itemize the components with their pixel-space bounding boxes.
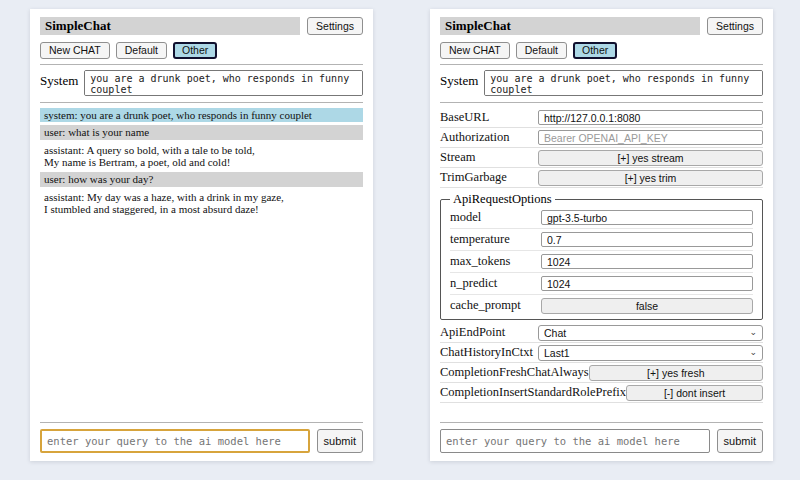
model-label: model (450, 210, 481, 225)
setting-row-baseurl: BaseURL (440, 108, 763, 128)
api-endpoint-label: ApiEndPoint (440, 325, 505, 340)
session-default-button[interactable]: Default (116, 42, 167, 59)
temperature-label: temperature (450, 232, 510, 247)
setting-row-stream: Stream [+] yes stream (440, 148, 763, 168)
system-prompt-input[interactable]: you are a drunk poet, who responds in fu… (84, 70, 363, 96)
app-title: SimpleChat (440, 17, 700, 35)
baseurl-label: BaseURL (440, 110, 489, 125)
setting-row-n-predict: n_predict (450, 273, 753, 295)
completion-fresh-chat-always-toggle-button[interactable]: [+] yes fresh (589, 365, 763, 381)
submit-button[interactable]: submit (317, 429, 363, 453)
chat-message-user: user: how was your day? (40, 172, 363, 186)
chat-history-in-ctxt-select[interactable]: Last1 ⌄ (538, 345, 763, 361)
divider (40, 422, 363, 423)
query-area: submit (40, 417, 363, 453)
chat-history-in-ctxt-label: ChatHistoryInCtxt (440, 345, 533, 360)
submit-button[interactable]: submit (717, 429, 763, 453)
query-area: submit (440, 417, 763, 453)
temperature-input[interactable] (541, 232, 753, 247)
divider (40, 102, 363, 103)
setting-row-api-endpoint: ApiEndPoint Chat ⌄ (440, 323, 763, 343)
api-endpoint-selected-value: Chat (544, 327, 566, 339)
session-default-button[interactable]: Default (516, 42, 567, 59)
api-endpoint-select[interactable]: Chat ⌄ (538, 325, 763, 341)
authorization-label: Authorization (440, 130, 509, 145)
max-tokens-input[interactable] (541, 254, 753, 269)
setting-row-model: model (450, 207, 753, 229)
setting-row-completion-fresh-chat-always: CompletionFreshChatAlways [+] yes fresh (440, 363, 763, 383)
chat-message-assistant: assistant: A query so bold, with a tale … (40, 143, 363, 170)
session-toolbar: New CHAT Default Other (440, 42, 763, 59)
header: SimpleChat Settings (440, 17, 763, 35)
baseurl-input[interactable] (538, 110, 763, 125)
new-chat-button[interactable]: New CHAT (40, 42, 110, 59)
settings-button[interactable]: Settings (707, 17, 763, 35)
n-predict-input[interactable] (541, 276, 753, 291)
divider (440, 422, 763, 423)
divider (40, 64, 363, 65)
setting-row-trimgarbage: TrimGarbage [+] yes trim (440, 168, 763, 188)
api-request-options-fieldset: ApiRequestOptions model temperature max_… (440, 192, 763, 320)
completion-insert-standard-role-prefix-label: CompletionInsertStandardRolePrefix (440, 385, 626, 400)
cache-prompt-label: cache_prompt (450, 298, 521, 313)
session-toolbar: New CHAT Default Other (40, 42, 363, 59)
chat-message-assistant: assistant: My day was a haze, with a dri… (40, 190, 363, 217)
setting-row-completion-insert-standard-role-prefix: CompletionInsertStandardRolePrefix [-] d… (440, 383, 763, 403)
query-input[interactable] (40, 429, 310, 453)
cache-prompt-toggle-button[interactable]: false (541, 298, 753, 314)
chevron-down-icon: ⌄ (749, 328, 757, 337)
system-label: System (440, 70, 478, 96)
chevron-down-icon: ⌄ (749, 348, 757, 357)
trimgarbage-label: TrimGarbage (440, 170, 507, 185)
system-prompt-row: System you are a drunk poet, who respond… (440, 70, 763, 96)
setting-row-max-tokens: max_tokens (450, 251, 753, 273)
model-input[interactable] (541, 210, 753, 225)
query-input[interactable] (440, 429, 710, 453)
authorization-input[interactable] (538, 130, 763, 145)
setting-row-cache-prompt: cache_prompt false (450, 295, 753, 316)
setting-row-chat-history-in-ctxt: ChatHistoryInCtxt Last1 ⌄ (440, 343, 763, 363)
stream-label: Stream (440, 150, 475, 165)
header: SimpleChat Settings (40, 17, 363, 35)
app-title: SimpleChat (40, 17, 300, 35)
api-request-options-legend: ApiRequestOptions (450, 192, 555, 207)
chat-panel: SimpleChat Settings New CHAT Default Oth… (30, 9, 373, 461)
system-label: System (40, 70, 78, 96)
new-chat-button[interactable]: New CHAT (440, 42, 510, 59)
chat-message-system: system: you are a drunk poet, who respon… (40, 108, 363, 122)
divider (440, 102, 763, 103)
stream-toggle-button[interactable]: [+] yes stream (538, 150, 763, 166)
trimgarbage-toggle-button[interactable]: [+] yes trim (538, 170, 763, 186)
max-tokens-label: max_tokens (450, 254, 510, 269)
session-other-button[interactable]: Other (173, 42, 217, 59)
n-predict-label: n_predict (450, 276, 497, 291)
system-prompt-input[interactable]: you are a drunk poet, who responds in fu… (484, 70, 763, 96)
divider (440, 64, 763, 65)
setting-row-authorization: Authorization (440, 128, 763, 148)
session-other-button[interactable]: Other (573, 42, 617, 59)
settings-form: BaseURL Authorization Stream [+] yes str… (440, 108, 763, 403)
chat-message-user: user: what is your name (40, 125, 363, 139)
setting-row-temperature: temperature (450, 229, 753, 251)
completion-insert-standard-role-prefix-toggle-button[interactable]: [-] dont insert (626, 385, 763, 401)
system-prompt-row: System you are a drunk poet, who respond… (40, 70, 363, 96)
settings-panel: SimpleChat Settings New CHAT Default Oth… (430, 9, 773, 461)
chat-message-list: system: you are a drunk poet, who respon… (40, 108, 363, 216)
settings-button[interactable]: Settings (307, 17, 363, 35)
chat-history-selected-value: Last1 (544, 347, 570, 359)
completion-fresh-chat-always-label: CompletionFreshChatAlways (440, 365, 589, 380)
